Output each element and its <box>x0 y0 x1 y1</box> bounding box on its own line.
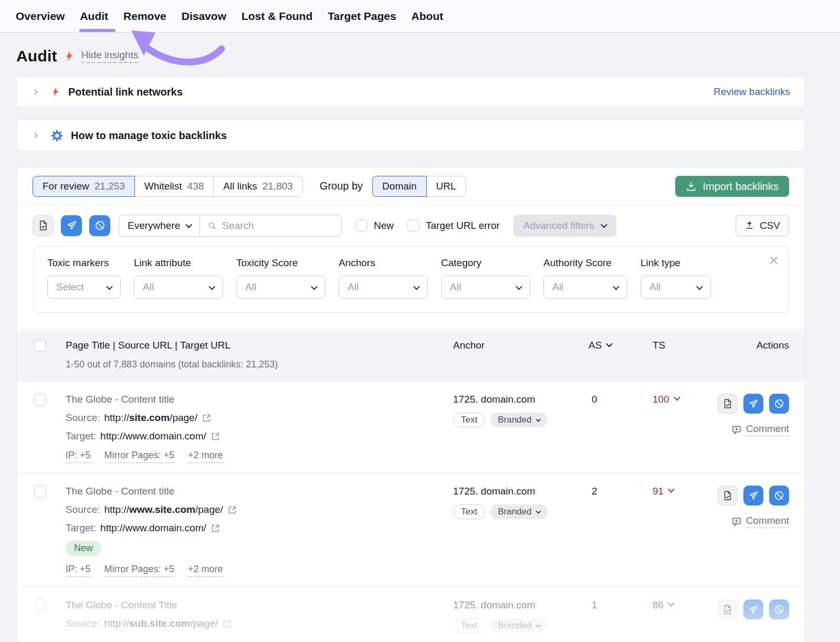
table-header: Page Title | Source URL | Target URL Anc… <box>17 329 805 381</box>
tag-branded-pill[interactable]: Branded <box>490 413 548 427</box>
nav-tab-overview[interactable]: Overview <box>16 0 65 32</box>
checkbox[interactable] <box>355 219 368 231</box>
nav-tab-target-pages[interactable]: Target Pages <box>328 0 396 32</box>
gear-icon <box>50 129 64 142</box>
manage-toxic-backlinks-card[interactable]: How to manage toxic backlinks <box>16 119 805 152</box>
target-url[interactable]: http://www.domain.com/ <box>100 430 206 442</box>
column-page-title[interactable]: Page Title | Source URL | Target URL <box>66 340 449 354</box>
search-scope-select[interactable]: Everywhere <box>119 215 200 236</box>
ip-meta-link[interactable]: IP: +5 <box>66 450 91 463</box>
backlink-audit-page: Overview Audit Remove Disavow Lost & Fou… <box>0 0 840 642</box>
target-url[interactable]: http://www.domain.com/ <box>100 522 206 534</box>
column-as[interactable]: AS <box>580 340 633 354</box>
ip-meta-link[interactable]: IP: +5 <box>66 564 91 577</box>
source-url[interactable]: http://www.site.com/page/ <box>104 504 223 515</box>
external-link-icon[interactable] <box>222 619 232 629</box>
nav-tab-audit[interactable]: Audit <box>80 0 108 32</box>
external-link-icon[interactable] <box>211 523 220 533</box>
new-filter-checkbox[interactable]: New <box>355 219 394 231</box>
search-input[interactable] <box>222 220 338 231</box>
category-select[interactable]: All <box>441 276 530 299</box>
tag-branded-pill[interactable]: Branded <box>490 504 548 519</box>
link-type-select[interactable]: All <box>640 276 711 299</box>
select-all-checkbox[interactable] <box>34 340 46 352</box>
target-url-error-checkbox[interactable]: Target URL error <box>407 219 500 231</box>
tag-text-pill[interactable]: Text <box>453 504 485 519</box>
remove-row-button[interactable] <box>743 599 763 619</box>
row-checkbox[interactable] <box>34 394 46 406</box>
mirror-pages-meta-link[interactable]: Mirror Pages: +5 <box>104 564 175 577</box>
source-url[interactable]: http://sub.site.com/page/ <box>104 618 218 629</box>
toxicity-score-value[interactable]: 91 <box>633 486 693 577</box>
top-navigation: Overview Audit Remove Disavow Lost & Fou… <box>0 0 840 33</box>
tag-branded-pill[interactable]: Branded <box>490 618 548 633</box>
comment-icon <box>731 425 742 435</box>
authority-score-value: 1 <box>580 599 633 633</box>
filter-toxic-markers: Toxic markers Select <box>47 257 121 299</box>
comment-link[interactable]: Comment <box>693 515 789 528</box>
remove-row-button[interactable] <box>743 486 763 506</box>
hide-insights-link[interactable]: Hide insights <box>81 49 139 63</box>
whitelist-action-button[interactable] <box>33 215 54 236</box>
authority-score-value: 2 <box>580 486 633 577</box>
external-link-icon[interactable] <box>202 413 212 423</box>
export-csv-button[interactable]: CSV <box>736 215 789 236</box>
more-meta-link[interactable]: +2 more <box>188 564 223 577</box>
link-attribute-select[interactable]: All <box>134 276 223 299</box>
remove-row-button[interactable] <box>743 394 763 414</box>
insights-bolt-icon <box>64 50 75 62</box>
upload-icon <box>744 220 754 230</box>
checkbox[interactable] <box>407 219 419 231</box>
tag-text-pill[interactable]: Text <box>453 618 485 633</box>
chevron-down-icon <box>674 394 680 401</box>
mirror-pages-meta-link[interactable]: Mirror Pages: +5 <box>104 450 175 463</box>
nav-tab-disavow[interactable]: Disavow <box>182 0 226 32</box>
source-url-line: Source: http://site.com/page/ <box>66 412 449 424</box>
import-backlinks-button[interactable]: Import backlinks <box>675 176 790 197</box>
whitelist-row-button[interactable] <box>718 394 738 414</box>
nav-tab-lost-found[interactable]: Lost & Found <box>242 0 312 32</box>
row-checkbox[interactable] <box>34 486 46 498</box>
review-backlinks-link[interactable]: Review backlinks <box>713 86 790 98</box>
anchors-select[interactable]: All <box>339 276 428 299</box>
group-by-url[interactable]: URL <box>426 176 466 197</box>
external-link-icon[interactable] <box>227 505 237 515</box>
filter-anchors: Anchors All <box>339 257 428 299</box>
source-url[interactable]: http://site.com/page/ <box>104 412 197 424</box>
tab-for-review[interactable]: For review21,253 <box>33 176 135 197</box>
potential-link-networks-card[interactable]: Potential link networks Review backlinks <box>16 76 805 108</box>
column-ts[interactable]: TS <box>633 340 693 354</box>
filter-category: Category All <box>441 257 530 299</box>
tab-whitelist[interactable]: Whitelist438 <box>134 176 214 197</box>
external-link-icon[interactable] <box>211 431 220 441</box>
toxicity-score-value[interactable]: 86 <box>633 599 693 633</box>
more-meta-link[interactable]: +2 more <box>188 450 223 463</box>
disavow-action-button[interactable] <box>89 215 110 236</box>
toxicity-score-value[interactable]: 100 <box>633 394 693 463</box>
chevron-down-icon <box>311 283 318 290</box>
whitelist-row-button[interactable] <box>718 486 738 506</box>
toxic-markers-select[interactable]: Select <box>47 276 121 299</box>
column-anchor[interactable]: Anchor <box>449 340 580 354</box>
sort-chevron-icon[interactable] <box>606 341 613 348</box>
tab-all-links[interactable]: All links21,803 <box>213 176 303 197</box>
whitelist-row-button[interactable] <box>718 599 738 619</box>
remove-action-button[interactable] <box>61 215 82 236</box>
advanced-filters-button[interactable]: Advanced filters <box>513 215 616 237</box>
toxicity-score-select[interactable]: All <box>236 276 326 299</box>
tag-text-pill[interactable]: Text <box>453 413 485 427</box>
new-badge: New <box>66 541 101 556</box>
expand-chevron-icon[interactable] <box>32 131 40 140</box>
expand-chevron-icon[interactable] <box>32 88 40 96</box>
comment-link[interactable]: Comment <box>693 423 789 436</box>
close-filters-icon[interactable] <box>769 255 779 266</box>
nav-tab-about[interactable]: About <box>412 0 444 32</box>
chevron-down-icon <box>536 417 541 422</box>
disavow-row-button[interactable] <box>769 486 789 506</box>
nav-tab-remove[interactable]: Remove <box>123 0 166 32</box>
disavow-row-button[interactable] <box>769 394 789 414</box>
group-by-domain[interactable]: Domain <box>372 176 426 197</box>
row-checkbox[interactable] <box>34 599 46 612</box>
authority-score-select[interactable]: All <box>543 276 627 299</box>
disavow-row-button[interactable] <box>769 599 789 619</box>
